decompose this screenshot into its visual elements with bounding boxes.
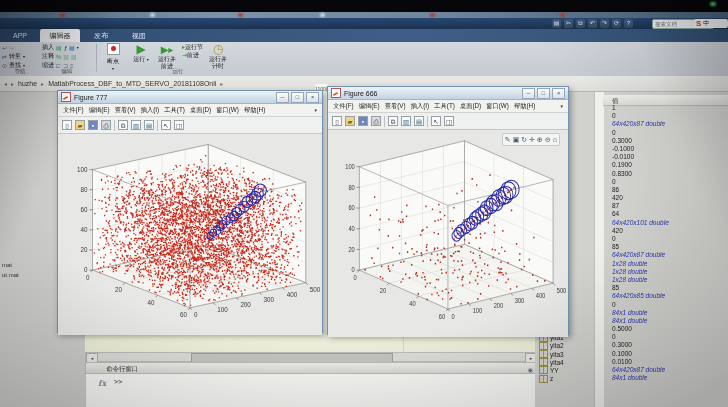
goto-button[interactable]: ⇄转至 ▾ xyxy=(2,52,38,61)
figure-titlebar[interactable]: Figure 777─□× xyxy=(58,91,322,104)
zoom-out-icon[interactable]: ⊖ xyxy=(545,134,551,145)
print-icon[interactable]: ⎙ xyxy=(101,120,111,130)
plot-area[interactable]: 02040608010002040600100200300400500✎▣↻✛⊕… xyxy=(328,130,568,337)
copy-icon[interactable]: ⧉ xyxy=(576,19,585,28)
menu-插入[interactable]: 插入(I) xyxy=(141,104,160,116)
workspace-variable-yita3[interactable]: yita3 xyxy=(539,350,595,358)
edit-row-1[interactable]: 注释%▧▨ xyxy=(42,52,92,61)
legend-icon[interactable]: ▤ xyxy=(414,116,424,126)
ime-toolbar[interactable]: S 中 xyxy=(694,19,728,28)
workspace-value[interactable]: -0.1000 xyxy=(612,145,728,153)
run-and-advance-button[interactable]: ▶▸运行并前进 xyxy=(154,43,180,69)
sogou-icon[interactable]: S xyxy=(696,19,701,28)
legend-icon[interactable]: ▤ xyxy=(144,120,154,130)
home-icon[interactable]: ⌂ xyxy=(553,134,557,145)
menu-帮助[interactable]: 帮助(H) xyxy=(514,100,535,112)
menu-帮助[interactable]: 帮助(H) xyxy=(244,104,265,116)
plottools-icon[interactable]: ◫ xyxy=(174,120,184,130)
open-file-icon[interactable]: ▰ xyxy=(345,116,355,126)
forward-icon[interactable]: ▸ xyxy=(11,80,14,87)
file-item[interactable]: ut.mat xyxy=(2,272,19,278)
figure-titlebar[interactable]: Figure 666─□× xyxy=(328,87,568,100)
print-icon[interactable]: ⎙ xyxy=(371,116,381,126)
undo-icon[interactable]: ↶ xyxy=(588,19,597,28)
workspace-value[interactable]: 64x420x87 double xyxy=(612,120,728,128)
command-window-header[interactable]: 命令行窗口 ◉ xyxy=(85,362,538,374)
workspace-variable-z[interactable]: z xyxy=(539,375,595,383)
menu-窗口[interactable]: 窗口(W) xyxy=(486,100,509,112)
workspace-value[interactable]: 420 xyxy=(612,194,728,202)
plot-area[interactable]: 02040608010002040600100200300400500 xyxy=(58,134,322,335)
scatter3-plot[interactable]: 02040608010002040600100200300400500 xyxy=(328,130,566,337)
workspace-value[interactable]: 0.3000 xyxy=(612,137,728,145)
editor-horizontal-scrollbar[interactable]: ◂ ▸ xyxy=(85,352,538,362)
colorbar-icon[interactable]: ▥ xyxy=(131,120,141,130)
axes-toolbar[interactable]: ✎▣↻✛⊕⊖⌂ xyxy=(502,133,560,146)
maximize-button[interactable]: □ xyxy=(537,88,550,99)
workspace-value[interactable]: 86 xyxy=(612,186,728,194)
save-icon[interactable]: ▤ xyxy=(552,19,561,28)
help-icon[interactable]: ? xyxy=(624,19,633,28)
workspace-value[interactable]: 0.3000 xyxy=(612,341,728,349)
back-icon[interactable]: ◂ xyxy=(4,80,7,87)
scatter3-plot[interactable]: 02040608010002040600100200300400500 xyxy=(58,134,320,335)
open-file-icon[interactable]: ▰ xyxy=(75,120,85,130)
minimize-button[interactable]: ─ xyxy=(522,88,535,99)
menu-桌面[interactable]: 桌面(D) xyxy=(460,100,481,112)
workspace-value[interactable]: -0.0100 xyxy=(612,153,728,161)
workspace-value[interactable]: 1x28 double xyxy=(612,268,728,276)
run-and-time-button[interactable]: ◷运行并计时 xyxy=(208,43,228,69)
workspace-value[interactable]: 84x1 double xyxy=(612,317,728,325)
menu-窗口[interactable]: 窗口(W) xyxy=(216,104,239,116)
workspace-value[interactable]: 1x28 double xyxy=(612,260,728,268)
workspace-value[interactable]: 0 xyxy=(612,178,728,186)
menu-编辑[interactable]: 编辑(E) xyxy=(359,100,380,112)
workspace-value[interactable]: 1x28 double xyxy=(612,276,728,284)
edit-pencil-icon[interactable]: ✎ xyxy=(505,134,511,145)
nav-arrows[interactable]: ↩↪ xyxy=(2,43,38,52)
workspace-value[interactable]: 0 xyxy=(612,129,728,137)
menu-overflow-icon[interactable]: ▾ xyxy=(560,100,563,112)
workspace-value[interactable]: 64x420x87 double xyxy=(612,251,728,259)
menu-编辑[interactable]: 编辑(E) xyxy=(89,104,110,116)
new-file-icon[interactable]: ▯ xyxy=(332,116,342,126)
menu-查看[interactable]: 查看(V) xyxy=(115,104,136,116)
menu-工具[interactable]: 工具(T) xyxy=(434,100,455,112)
figure-window-666[interactable]: Figure 666─□×文件(F)编辑(E)查看(V)插入(I)工具(T)桌面… xyxy=(327,86,569,335)
save-icon[interactable]: ▪ xyxy=(358,116,368,126)
refresh-icon[interactable]: ⟳ xyxy=(612,19,621,28)
run-button[interactable]: ▶运行 ▾ xyxy=(130,43,152,64)
figure-window-777[interactable]: Figure 777─□×文件(F)编辑(E)查看(V)插入(I)工具(T)桌面… xyxy=(57,90,323,333)
menu-插入[interactable]: 插入(I) xyxy=(411,100,430,112)
save-icon[interactable]: ▪ xyxy=(88,120,98,130)
run-section-buttons[interactable]: ▸运行节⇥前进 xyxy=(182,43,208,59)
command-prompt[interactable]: >> xyxy=(114,378,122,386)
workspace-value[interactable]: 0.1000 xyxy=(612,350,728,358)
workspace-value[interactable]: 0 xyxy=(612,235,728,243)
breakpoints-button[interactable]: 断点▾ xyxy=(100,43,126,72)
menu-工具[interactable]: 工具(T) xyxy=(164,104,185,116)
workspace-value[interactable]: 64x420x85 double xyxy=(612,292,728,300)
workspace-value[interactable]: 84x1 double xyxy=(612,374,728,382)
redo-icon[interactable]: ↷ xyxy=(600,19,609,28)
workspace-value[interactable]: 0.1900 xyxy=(612,161,728,169)
workspace-variable-YY[interactable]: YY xyxy=(539,366,595,374)
link-icon[interactable]: ⧉ xyxy=(118,120,128,130)
workspace-variable-yita2[interactable]: yita2 xyxy=(539,342,595,350)
menu-查看[interactable]: 查看(V) xyxy=(385,100,406,112)
close-button[interactable]: × xyxy=(306,92,319,103)
menu-文件[interactable]: 文件(F) xyxy=(333,100,354,112)
command-window[interactable]: fx >> xyxy=(85,374,539,407)
pan-icon[interactable]: ✛ xyxy=(529,134,535,145)
ribbon-tab-1[interactable]: 编辑器 xyxy=(40,29,80,42)
workspace-value[interactable]: 64x420x101 double xyxy=(612,219,728,227)
workspace-value[interactable]: 64x420x87 double xyxy=(612,366,728,374)
workspace-value[interactable]: 0 xyxy=(612,301,728,309)
breadcrumb-root[interactable]: huzhe xyxy=(18,80,37,87)
maximize-button[interactable]: □ xyxy=(291,92,304,103)
workspace-value[interactable]: 64 xyxy=(612,210,728,218)
ime-lang-indicator[interactable]: 中 xyxy=(703,19,709,28)
workspace-value[interactable]: 84x1 double xyxy=(612,309,728,317)
close-button[interactable]: × xyxy=(552,88,565,99)
ribbon-tab-3[interactable]: 视图 xyxy=(124,29,154,42)
